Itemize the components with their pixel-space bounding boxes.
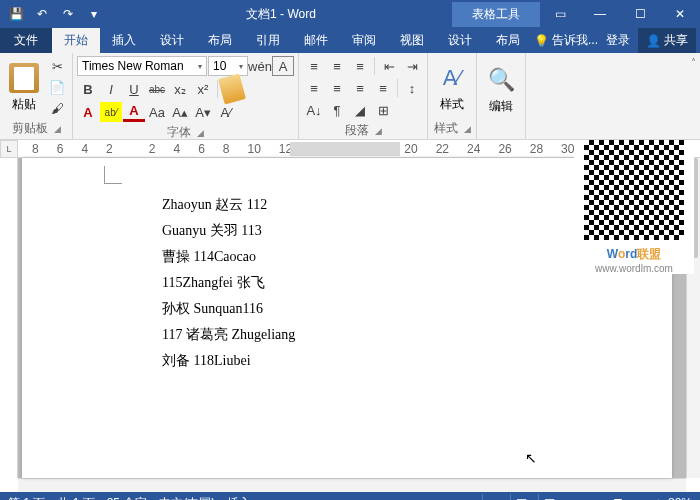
tab-table-layout[interactable]: 布局: [484, 28, 532, 53]
copy-button[interactable]: 📄: [46, 77, 68, 97]
watermark-url: www.wordlm.com: [574, 263, 694, 274]
status-bar: 第 1 页，共 1 页 25 个字 中文(中国) 插入 ▭ ▤ ▦ − + 80…: [0, 492, 700, 500]
char-shading-button[interactable]: Aa: [146, 102, 168, 122]
tab-file[interactable]: 文件: [0, 28, 52, 53]
print-layout-button[interactable]: ▤: [510, 494, 532, 500]
tab-insert[interactable]: 插入: [100, 28, 148, 53]
phonetic-guide-button[interactable]: wén: [249, 56, 271, 76]
tab-references[interactable]: 引用: [244, 28, 292, 53]
font-launcher[interactable]: ◢: [197, 128, 204, 138]
read-mode-button[interactable]: ▭: [482, 494, 504, 500]
align-left-button[interactable]: ≡: [303, 78, 325, 98]
tab-mailings[interactable]: 邮件: [292, 28, 340, 53]
subscript-button[interactable]: x₂: [169, 79, 191, 99]
bold-button[interactable]: B: [77, 79, 99, 99]
strikethrough-button[interactable]: abc: [146, 79, 168, 99]
insert-mode[interactable]: 插入: [227, 495, 251, 501]
find-button[interactable]: 🔍 编辑: [481, 64, 521, 115]
line-spacing-button[interactable]: ↕: [401, 78, 423, 98]
clear-format-icon: [218, 74, 246, 105]
bullets-button[interactable]: ≡: [303, 56, 325, 76]
align-center-button[interactable]: ≡: [326, 78, 348, 98]
person-icon: 👤: [646, 34, 661, 48]
tab-layout[interactable]: 布局: [196, 28, 244, 53]
group-paragraph: ≡ ≡ ≡ ⇤ ⇥ ≡ ≡ ≡ ≡ ↕ A↓ ¶: [299, 53, 428, 139]
web-layout-button[interactable]: ▦: [538, 494, 560, 500]
highlight-button[interactable]: ab⁄: [100, 102, 122, 122]
shrink-font-button[interactable]: A▾: [192, 102, 214, 122]
change-case-button[interactable]: A⁄: [215, 102, 237, 122]
text-line[interactable]: 孙权 Sunquan116: [122, 300, 612, 318]
qat-more-button[interactable]: ▾: [82, 2, 106, 26]
close-button[interactable]: ✕: [660, 0, 700, 28]
text-line[interactable]: 曹操 114Caocao: [122, 248, 612, 266]
page-indicator[interactable]: 第 1 页，共 1 页: [8, 495, 95, 501]
watermark-brand: Word联盟: [574, 244, 694, 263]
italic-button[interactable]: I: [100, 79, 122, 99]
numbering-button[interactable]: ≡: [326, 56, 348, 76]
undo-button[interactable]: ↶: [30, 2, 54, 26]
ribbon-options-button[interactable]: ▭: [540, 0, 580, 28]
tab-table-design[interactable]: 设计: [436, 28, 484, 53]
cut-button[interactable]: ✂: [46, 56, 68, 76]
font-size-combo[interactable]: 10▾: [208, 56, 248, 76]
show-marks-button[interactable]: ¶: [326, 100, 348, 120]
font-color-button[interactable]: A: [123, 102, 145, 122]
decrease-indent-button[interactable]: ⇤: [378, 56, 400, 76]
context-tab-title: 表格工具: [452, 2, 540, 27]
align-right-button[interactable]: ≡: [349, 78, 371, 98]
ribbon: ˄ 粘贴 ✂ 📄 🖌 剪贴板◢ Times New Roman▾ 10▾ wén…: [0, 53, 700, 140]
text-line[interactable]: 刘备 118Liubei: [122, 352, 612, 370]
text-effects-button[interactable]: A: [77, 102, 99, 122]
vertical-ruler[interactable]: [0, 158, 18, 478]
grow-font-button[interactable]: A▴: [169, 102, 191, 122]
tab-view[interactable]: 视图: [388, 28, 436, 53]
horizontal-scrollbar[interactable]: [18, 478, 686, 492]
save-button[interactable]: 💾: [4, 2, 28, 26]
group-styles: A⁄ 样式 样式◢: [428, 53, 477, 139]
text-line[interactable]: Guanyu 关羽 113: [122, 222, 612, 240]
paste-button[interactable]: 粘贴: [4, 62, 44, 113]
language-indicator[interactable]: 中文(中国): [159, 495, 215, 501]
font-name-combo[interactable]: Times New Roman▾: [77, 56, 207, 76]
title-bar: 💾 ↶ ↷ ▾ 文档1 - Word 表格工具 ▭ — ☐ ✕: [0, 0, 700, 28]
zoom-out-button[interactable]: −: [566, 496, 573, 500]
borders-button[interactable]: ⊞: [372, 100, 394, 120]
zoom-in-button[interactable]: +: [655, 496, 662, 500]
underline-button[interactable]: U: [123, 79, 145, 99]
clipboard-launcher[interactable]: ◢: [54, 124, 61, 134]
increase-indent-button[interactable]: ⇥: [401, 56, 423, 76]
text-line[interactable]: Zhaoyun 赵云 112: [122, 196, 612, 214]
maximize-button[interactable]: ☐: [620, 0, 660, 28]
quick-access-toolbar: 💾 ↶ ↷ ▾: [0, 2, 110, 26]
tab-home[interactable]: 开始: [52, 28, 100, 53]
ribbon-tabs: 文件 开始 插入 设计 布局 引用 邮件 审阅 视图 设计 布局 💡告诉我...…: [0, 28, 700, 53]
tell-me[interactable]: 💡告诉我...: [534, 32, 598, 49]
sign-in-link[interactable]: 登录: [606, 32, 630, 49]
minimize-button[interactable]: —: [580, 0, 620, 28]
paragraph-launcher[interactable]: ◢: [375, 126, 382, 136]
styles-button[interactable]: A⁄ 样式: [432, 62, 472, 113]
watermark-overlay: Word联盟 www.wordlm.com: [574, 140, 694, 274]
collapse-ribbon-button[interactable]: ˄: [691, 57, 696, 68]
justify-button[interactable]: ≡: [372, 78, 394, 98]
styles-launcher[interactable]: ◢: [464, 124, 471, 134]
word-count[interactable]: 25 个字: [107, 495, 148, 501]
multilevel-list-button[interactable]: ≡: [349, 56, 371, 76]
tabs-right: 💡告诉我... 登录 👤共享: [534, 28, 700, 53]
tab-review[interactable]: 审阅: [340, 28, 388, 53]
format-painter-button[interactable]: 🖌: [46, 98, 68, 118]
share-button[interactable]: 👤共享: [638, 28, 696, 53]
char-border-button[interactable]: A: [272, 56, 294, 76]
text-line[interactable]: 117 诸葛亮 Zhugeliang: [122, 326, 612, 344]
tab-selector[interactable]: L: [0, 140, 18, 158]
zoom-level[interactable]: 80%: [668, 496, 692, 500]
find-icon: 🔍: [485, 64, 517, 96]
shading-button[interactable]: ◢: [349, 100, 371, 120]
tab-design[interactable]: 设计: [148, 28, 196, 53]
text-line[interactable]: 115Zhangfei 张飞: [122, 274, 612, 292]
sort-button[interactable]: A↓: [303, 100, 325, 120]
superscript-button[interactable]: x²: [192, 79, 214, 99]
redo-button[interactable]: ↷: [56, 2, 80, 26]
window-controls: ▭ — ☐ ✕: [540, 0, 700, 28]
